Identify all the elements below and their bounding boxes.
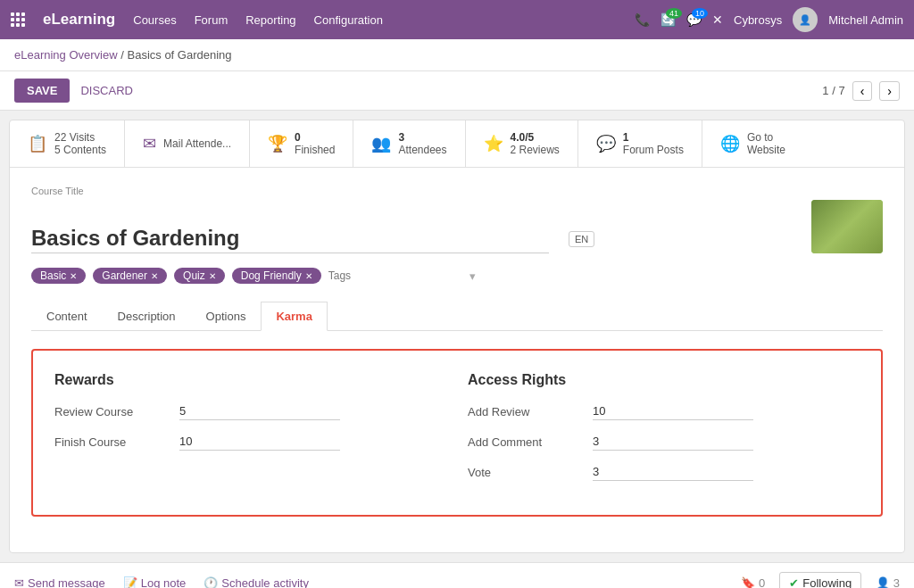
stat-visits[interactable]: 📋 22 Visits 5 Contents [10, 120, 125, 167]
attendees-count: 3 [398, 131, 446, 144]
website-line2: Website [747, 144, 785, 156]
attendees-icon: 👥 [371, 134, 391, 153]
access-heading: Access Rights [468, 372, 860, 388]
tabs: Content Description Options Karma [31, 302, 883, 331]
nav-icons: 📞 🔄41 💬10 ✕ Cybrosys 👤 Mitchell Admin [635, 7, 903, 32]
add-comment-label: Add Comment [468, 435, 593, 449]
tag-quiz[interactable]: Quiz ✕ [174, 268, 225, 284]
trophy-icon: 🏆 [268, 134, 287, 153]
tag-basic[interactable]: Basic ✕ [31, 268, 86, 284]
visits-icon: 📋 [28, 134, 47, 153]
send-message-button[interactable]: ✉ Send message [14, 576, 105, 588]
tag-gardener-remove[interactable]: ✕ [151, 271, 158, 281]
title-row: EN [31, 200, 883, 253]
tab-karma[interactable]: Karma [261, 302, 327, 331]
tab-description[interactable]: Description [103, 302, 191, 330]
tags-dropdown-icon[interactable]: ▾ [469, 269, 476, 283]
log-note-label: Log note [141, 576, 187, 588]
company-name: Cybrosys [734, 13, 782, 27]
add-review-label: Add Review [468, 405, 593, 418]
mail-label: Mail Attende... [163, 137, 231, 150]
following-button[interactable]: ✔ Following [779, 572, 861, 588]
send-message-label: Send message [28, 576, 105, 588]
discard-button[interactable]: DISCARD [80, 84, 133, 97]
karma-grid: Rewards Review Course Finish Course Acce… [54, 372, 860, 493]
next-button[interactable]: › [879, 81, 900, 101]
log-note-button[interactable]: 📝 Log note [123, 576, 187, 588]
chat-icon[interactable]: 💬10 [686, 12, 702, 27]
stat-attendees[interactable]: 👥 3 Attendees [353, 120, 465, 167]
message-icon: ✉ [14, 576, 24, 588]
review-course-input[interactable] [179, 402, 340, 420]
contents-count: 5 Contents [54, 144, 106, 156]
review-course-field: Review Course [54, 402, 446, 420]
bookmark-icon[interactable]: 🔖 0 [741, 576, 765, 588]
phone-icon[interactable]: 📞 [635, 12, 650, 27]
course-title-input[interactable] [31, 224, 549, 253]
tab-content[interactable]: Content [31, 302, 103, 330]
stats-bar: 📋 22 Visits 5 Contents ✉ Mail Attende...… [10, 120, 904, 168]
check-icon: ✔ [789, 576, 799, 588]
tag-gardener[interactable]: Gardener ✕ [93, 268, 167, 284]
add-comment-field: Add Comment [468, 433, 860, 451]
add-review-input[interactable] [593, 402, 753, 420]
schedule-activity-button[interactable]: 🕐 Schedule activity [204, 576, 309, 588]
vote-input[interactable] [593, 463, 753, 481]
chat-badge: 10 [692, 8, 708, 19]
nav-configuration[interactable]: Configuration [314, 13, 383, 27]
apps-menu-icon[interactable] [11, 12, 25, 27]
followers-count: 3 [893, 576, 900, 588]
tag-quiz-label: Quiz [183, 269, 205, 282]
breadcrumb-parent[interactable]: eLearning Overview [14, 48, 118, 62]
tags-row: Basic ✕ Gardener ✕ Quiz ✕ Dog Friendly ✕… [31, 268, 883, 284]
app-brand: eLearning [43, 11, 115, 29]
stat-reviews[interactable]: ⭐ 4.0/5 2 Reviews [466, 120, 578, 167]
pagination-text: 1 / 7 [822, 84, 844, 97]
nav-forum[interactable]: Forum [195, 13, 228, 27]
form-area: Course Title EN Basic ✕ Gardener ✕ [10, 168, 904, 552]
following-label: Following [802, 576, 852, 588]
nav-reporting[interactable]: Reporting [245, 13, 295, 27]
language-badge[interactable]: EN [569, 231, 594, 247]
finished-label: Finished [295, 144, 335, 156]
tag-quiz-remove[interactable]: ✕ [209, 271, 216, 281]
activity-icon[interactable]: 🔄41 [661, 12, 676, 27]
tag-gardener-label: Gardener [102, 269, 147, 282]
finished-count: 0 [295, 131, 335, 144]
close-icon[interactable]: ✕ [712, 12, 723, 27]
tab-options[interactable]: Options [191, 302, 262, 330]
nav-courses[interactable]: Courses [133, 13, 176, 27]
tag-basic-remove[interactable]: ✕ [70, 271, 77, 281]
pagination: 1 / 7 ‹ › [822, 81, 900, 101]
add-comment-input[interactable] [593, 433, 753, 451]
tag-basic-label: Basic [40, 269, 66, 282]
stat-finished[interactable]: 🏆 0 Finished [250, 120, 353, 167]
followers-icon[interactable]: 👤 3 [876, 576, 900, 588]
mail-icon: ✉ [143, 134, 156, 153]
right-actions: 🔖 0 ✔ Following 👤 3 [741, 572, 900, 588]
rewards-column: Rewards Review Course Finish Course [54, 372, 446, 493]
stat-website[interactable]: 🌐 Go to Website [702, 120, 803, 167]
save-button[interactable]: SAVE [14, 79, 70, 103]
add-review-field: Add Review [468, 402, 860, 420]
finish-course-label: Finish Course [54, 435, 179, 449]
vote-field: Vote [468, 463, 860, 481]
breadcrumb: eLearning Overview / Basics of Gardening [0, 39, 914, 71]
bottom-bar: ✉ Send message 📝 Log note 🕐 Schedule act… [0, 562, 914, 588]
note-icon: 📝 [123, 576, 137, 588]
activity-badge: 41 [666, 8, 682, 19]
tags-input[interactable] [328, 269, 462, 282]
tag-dogfriendly-label: Dog Friendly [241, 269, 302, 282]
tag-dogfriendly[interactable]: Dog Friendly ✕ [232, 268, 321, 284]
tag-dogfriendly-remove[interactable]: ✕ [305, 271, 312, 281]
user-avatar[interactable]: 👤 [793, 7, 818, 32]
attendees-label: Attendees [398, 144, 446, 156]
reviews-count: 2 Reviews [511, 144, 560, 156]
karma-section: Rewards Review Course Finish Course Acce… [31, 349, 883, 517]
forum-icon: 💬 [596, 134, 616, 153]
prev-button[interactable]: ‹ [852, 81, 873, 101]
finish-course-input[interactable] [179, 433, 340, 451]
stat-mail[interactable]: ✉ Mail Attende... [125, 120, 250, 167]
forum-count: 1 [623, 131, 684, 144]
stat-forum[interactable]: 💬 1 Forum Posts [578, 120, 702, 167]
